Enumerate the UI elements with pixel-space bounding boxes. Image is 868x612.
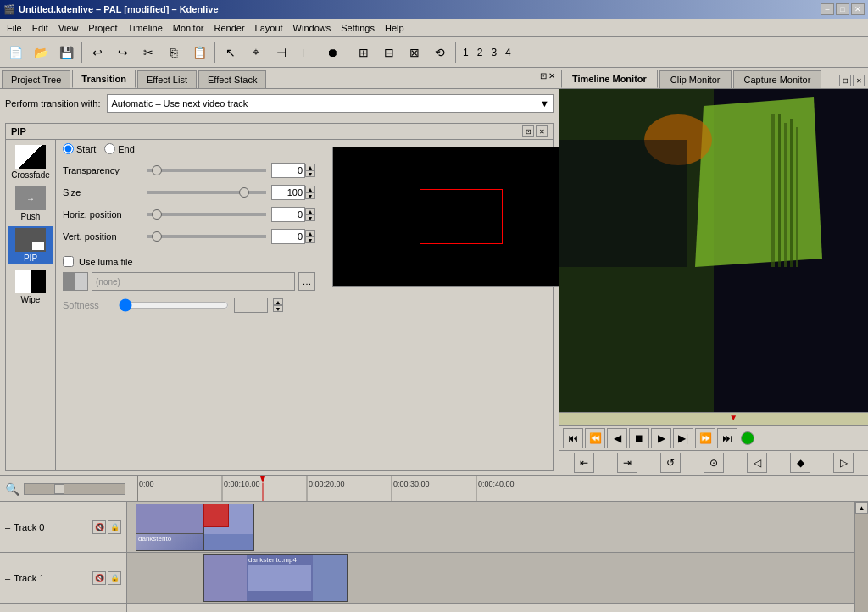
menu-settings[interactable]: Settings (336, 21, 380, 35)
luma-file-path[interactable]: (none) (92, 272, 295, 291)
redo-button[interactable]: ↪ (111, 41, 135, 64)
track-1-expand-icon[interactable]: – (5, 573, 10, 583)
track-1-lock-btn[interactable]: 🔒 (108, 571, 121, 585)
play-button[interactable]: ▶ (651, 428, 671, 448)
fast-fwd-button[interactable]: ⏩ (695, 428, 715, 448)
pip-type[interactable]: PIP (8, 226, 53, 264)
cut-button[interactable]: ✂ (136, 41, 160, 64)
vert-input[interactable] (271, 229, 305, 244)
timeline-zoom-slider[interactable] (24, 483, 125, 495)
snap-btn[interactable]: ⊞ (352, 41, 376, 64)
in-point[interactable]: ⊣ (270, 41, 293, 64)
monitor-close-icon[interactable]: ✕ (853, 75, 865, 86)
go-start-button[interactable]: ⏮ (563, 428, 583, 448)
luma-browse-btn[interactable]: … (298, 272, 315, 291)
size-down[interactable]: ▼ (305, 192, 315, 199)
go-end-button[interactable]: ⏭ (717, 428, 737, 448)
horiz-input[interactable] (271, 207, 305, 222)
loop-out-button[interactable]: ⇥ (617, 453, 637, 473)
transparency-slider[interactable] (147, 169, 266, 172)
minimize-button[interactable]: – (821, 3, 834, 15)
menu-timeline[interactable]: Timeline (123, 21, 168, 35)
transparency-down[interactable]: ▼ (305, 170, 315, 177)
v-scroll-track[interactable] (855, 514, 868, 612)
menu-monitor[interactable]: Monitor (168, 21, 209, 35)
tab-timeline-monitor[interactable]: Timeline Monitor (561, 70, 658, 88)
tab-transition[interactable]: Transition (72, 70, 136, 88)
tab-effect-stack[interactable]: Effect Stack (198, 70, 267, 88)
horiz-down[interactable]: ▼ (305, 214, 315, 221)
menu-project[interactable]: Project (83, 21, 122, 35)
extract-btn[interactable]: ⟲ (428, 41, 452, 64)
tab-project-tree[interactable]: Project Tree (2, 70, 70, 88)
blade-tool[interactable]: ⌖ (244, 41, 268, 64)
maximize-button[interactable]: □ (836, 3, 849, 15)
transition-dropdown[interactable]: Automatic – Use next video track ▼ (107, 94, 554, 113)
stop-button[interactable]: ⏹ (629, 428, 649, 448)
frame-back-button[interactable]: ◀ (607, 428, 627, 448)
timeline-num-2[interactable]: 2 (474, 45, 487, 60)
crossfade-type[interactable]: Crossfade (8, 143, 53, 181)
rewind-button[interactable]: ⏪ (585, 428, 605, 448)
menu-windows[interactable]: Windows (288, 21, 337, 35)
menu-render[interactable]: Render (209, 21, 249, 35)
timeline-num-3[interactable]: 3 (487, 45, 500, 60)
out-point[interactable]: ⊢ (295, 41, 319, 64)
timeline-num-4[interactable]: 4 (502, 45, 515, 60)
undo-button[interactable]: ↩ (86, 41, 109, 64)
track-1-mute-btn[interactable]: 🔇 (92, 571, 106, 585)
menu-edit[interactable]: Edit (27, 21, 53, 35)
size-input[interactable] (271, 185, 305, 200)
select-tool[interactable]: ↖ (219, 41, 242, 64)
softness-slider[interactable] (119, 298, 229, 312)
copy-button[interactable]: ⎘ (162, 41, 186, 64)
tab-capture-monitor[interactable]: Capture Monitor (733, 70, 822, 88)
timeline-num-1[interactable]: 1 (459, 45, 472, 60)
pip-preview-rect[interactable] (420, 189, 504, 244)
close-button[interactable]: ✕ (851, 3, 865, 15)
monitor-detach-icon[interactable]: ⊡ (839, 75, 851, 86)
horiz-slider[interactable] (147, 213, 266, 216)
tab-effect-list[interactable]: Effect List (137, 70, 197, 88)
vert-up[interactable]: ▲ (305, 230, 315, 236)
size-up[interactable]: ▲ (305, 186, 315, 192)
horiz-up[interactable]: ▲ (305, 208, 315, 214)
track-expand-icon[interactable]: – (5, 522, 10, 532)
end-radio[interactable]: End (104, 143, 135, 154)
group-btn[interactable]: ⊠ (403, 41, 426, 64)
prev-marker-button[interactable]: ◁ (747, 453, 767, 473)
menu-file[interactable]: File (2, 21, 27, 35)
vert-down[interactable]: ▼ (305, 236, 315, 243)
loop-in-button[interactable]: ⇤ (574, 453, 594, 473)
track-0-lock-btn[interactable]: 🔒 (108, 520, 121, 534)
clip-0-1[interactable]: danksterito (136, 504, 212, 551)
next-marker-button[interactable]: ▷ (833, 453, 854, 473)
panel-close-icon[interactable]: ✕ (548, 71, 555, 81)
menu-layout[interactable]: Layout (250, 21, 288, 35)
open-button[interactable]: 📂 (29, 41, 53, 64)
transition-clip-0[interactable] (203, 504, 229, 527)
vert-slider[interactable] (147, 235, 266, 238)
v-scroll-up-btn[interactable]: ▲ (855, 502, 868, 514)
menu-view[interactable]: View (53, 21, 84, 35)
transparency-input[interactable] (271, 163, 305, 178)
wipe-type[interactable]: Wipe (8, 268, 53, 306)
softness-down[interactable]: ▼ (273, 305, 283, 312)
razorblade-btn[interactable]: ⊟ (377, 41, 401, 64)
softness-up[interactable]: ▲ (273, 298, 283, 305)
frame-fwd-button[interactable]: ▶| (673, 428, 693, 448)
playhead-marker[interactable]: ▼ (729, 413, 737, 422)
start-radio[interactable]: Start (63, 143, 96, 154)
record-btn[interactable]: ⏺ (320, 41, 344, 64)
add-marker-button[interactable]: ◆ (790, 453, 810, 473)
softness-input[interactable] (234, 298, 268, 313)
pip-close-icon[interactable]: ✕ (536, 125, 548, 137)
pip-detach-icon[interactable]: ⊡ (522, 125, 534, 137)
tab-clip-monitor[interactable]: Clip Monitor (659, 70, 732, 88)
clip-1-1[interactable]: danksterito.mp4 (203, 554, 348, 602)
timeline-zoom-out[interactable]: 🔍 (3, 481, 20, 498)
transparency-up[interactable]: ▲ (305, 164, 315, 170)
paste-button[interactable]: 📋 (187, 41, 211, 64)
menu-help[interactable]: Help (380, 21, 409, 35)
save-button[interactable]: 💾 (54, 41, 78, 64)
